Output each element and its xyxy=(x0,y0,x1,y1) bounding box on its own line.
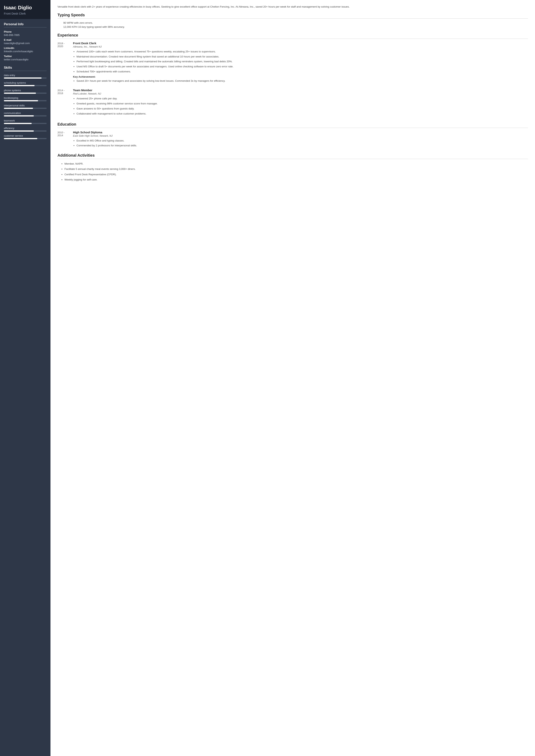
activities-list: Member, NAPR.Facilitate 5 annual charity… xyxy=(57,162,528,182)
twitter-label: Twitter xyxy=(4,55,46,58)
skill-bar-fill xyxy=(4,138,37,139)
skill-name: customer service xyxy=(4,134,46,137)
skills-title: Skills xyxy=(4,66,46,71)
skill-bar-container xyxy=(4,138,46,139)
phone-label: Phone xyxy=(4,30,46,33)
exp-bullet-item: Answered 100+ calls each week from custo… xyxy=(76,50,528,54)
exp-bullet-item: Used MS Office to draft 5+ documents per… xyxy=(76,65,528,69)
exp-bullet-item: Maintained documentation. Created new do… xyxy=(76,55,528,59)
skill-bar-container xyxy=(4,130,46,131)
skill-item: scheduling systems xyxy=(4,81,46,86)
activities-section: Additional Activities Member, NAPR.Facil… xyxy=(57,153,528,182)
skill-name: communication xyxy=(4,112,46,115)
key-achievement-label: Key Achievement: xyxy=(73,75,528,78)
activities-title: Additional Activities xyxy=(57,153,528,159)
skill-bar-fill xyxy=(4,100,38,101)
skill-bar-container xyxy=(4,77,46,79)
email-label: E-mail xyxy=(4,39,46,42)
skill-item: data entry xyxy=(4,74,46,79)
exp-bullets: Answered 100+ calls each week from custo… xyxy=(73,50,528,74)
skill-bar-fill xyxy=(4,130,34,131)
personal-info-title: Personal Info xyxy=(4,22,46,28)
email-value: isaacdiglio@gmail.com xyxy=(4,42,46,45)
skill-item: phone systems xyxy=(4,89,46,94)
skill-name: phone systems xyxy=(4,89,46,92)
skill-bar-container xyxy=(4,108,46,109)
candidate-name: Isaac Diglio xyxy=(4,5,46,11)
linkedin-label: LinkedIn xyxy=(4,46,46,49)
summary-text: Versatile front desk clerk with 2+ years… xyxy=(57,5,528,9)
typing-speeds-list: 90 WPM with zero errors.12,000 KPH 10-ke… xyxy=(57,21,528,28)
skill-bar-fill xyxy=(4,77,42,79)
experience-entry: 2014 -2018Team MemberRed Lobster, Newark… xyxy=(57,89,528,117)
typing-speed-item: 90 WPM with zero errors. xyxy=(57,21,528,24)
skill-bar-container xyxy=(4,115,46,117)
personal-info-section: Personal Info Phone 646-898-7895 E-mail … xyxy=(0,19,50,63)
edu-school: East Side High School, Newark, NJ xyxy=(73,134,528,137)
linkedin-value: linkedin.com/in/isaacdiglio xyxy=(4,50,46,53)
experience-section: Experience 2018 -2020Front Desk ClerkAlt… xyxy=(57,33,528,117)
skill-name: efficiency xyxy=(4,127,46,130)
skill-item: efficiency xyxy=(4,127,46,131)
exp-company: Altreana, Inc., Newark NJ xyxy=(73,45,528,48)
exp-dates: 2014 -2018 xyxy=(57,89,73,117)
exp-job-title: Front Desk Clerk xyxy=(73,42,528,45)
skill-name: bookkeeping xyxy=(4,97,46,99)
skill-item: communication xyxy=(4,112,46,117)
experience-entry: 2018 -2020Front Desk ClerkAltreana, Inc.… xyxy=(57,42,528,85)
skill-item: teamwork xyxy=(4,119,46,124)
skill-bar-container xyxy=(4,93,46,94)
typing-speeds-section: Typing Speeds 90 WPM with zero errors.12… xyxy=(57,13,528,28)
edu-bullets: Excelled in MS Office and typing classes… xyxy=(73,139,528,148)
key-achievement-bullet-item: Saved 20+ hours per week for managers an… xyxy=(76,79,528,83)
activity-item: Facilitate 5 annual charity meal events … xyxy=(65,167,528,171)
typing-speeds-title: Typing Speeds xyxy=(57,13,528,19)
exp-bullet-item: Collaborated with management to solve cu… xyxy=(76,112,528,116)
activity-item: Certified Front Desk Representative (CFD… xyxy=(65,172,528,177)
activity-item: Weekly jogging for self-care. xyxy=(65,178,528,182)
exp-bullet-item: Performed light bookkeeping and billing.… xyxy=(76,60,528,64)
exp-bullet-item: Greeted guests, receiving 98% customer s… xyxy=(76,102,528,106)
education-section: Education 2010 -2014High School DiplomaE… xyxy=(57,122,528,149)
skill-bar-fill xyxy=(4,123,32,124)
phone-value: 646-898-7895 xyxy=(4,34,46,37)
exp-content: Team MemberRed Lobster, Newark, NJAnswer… xyxy=(73,89,528,117)
skill-item: interpersonal skills xyxy=(4,104,46,109)
key-achievement-bullets: Saved 20+ hours per week for managers an… xyxy=(73,79,528,83)
skills-section: Skills data entryscheduling systemsphone… xyxy=(0,63,50,146)
experience-title: Experience xyxy=(57,33,528,39)
skill-name: teamwork xyxy=(4,119,46,122)
candidate-title: Front Desk Clerk xyxy=(4,12,46,15)
edu-content: High School DiplomaEast Side High School… xyxy=(73,131,528,149)
skills-list: data entryscheduling systemsphone system… xyxy=(4,74,46,139)
typing-speed-item: 12,000 KPH 10-key typing speed with 98% … xyxy=(57,25,528,28)
skill-name: interpersonal skills xyxy=(4,104,46,107)
exp-bullets: Answered 25+ phone calls per day.Greeted… xyxy=(73,97,528,116)
sidebar-header: Isaac Diglio Front Desk Clerk xyxy=(0,0,50,19)
skill-bar-container xyxy=(4,100,46,101)
skill-name: data entry xyxy=(4,74,46,77)
skill-item: customer service xyxy=(4,134,46,139)
skill-bar-fill xyxy=(4,115,34,117)
skill-bar-fill xyxy=(4,93,36,94)
skill-item: bookkeeping xyxy=(4,97,46,101)
skill-bar-container xyxy=(4,85,46,86)
education-entry: 2010 -2014High School DiplomaEast Side H… xyxy=(57,131,528,149)
exp-bullet-item: Gave answers to 50+ questions from guest… xyxy=(76,107,528,111)
skill-bar-fill xyxy=(4,85,35,86)
twitter-value: twitter.com/isaacdiglio xyxy=(4,58,46,61)
education-title: Education xyxy=(57,122,528,128)
exp-job-title: Team Member xyxy=(73,89,528,92)
edu-bullet-item: Commended by 2 professors for interperso… xyxy=(76,144,528,148)
exp-company: Red Lobster, Newark, NJ xyxy=(73,92,528,95)
edu-bullet-item: Excelled in MS Office and typing classes… xyxy=(76,139,528,143)
sidebar: Isaac Diglio Front Desk Clerk Personal I… xyxy=(0,0,50,756)
edu-degree: High School Diploma xyxy=(73,131,528,134)
exp-bullet-item: Scheduled 700+ appointments with custome… xyxy=(76,70,528,74)
skill-bar-container xyxy=(4,123,46,124)
skill-name: scheduling systems xyxy=(4,81,46,84)
skill-bar-fill xyxy=(4,108,33,109)
exp-bullet-item: Answered 25+ phone calls per day. xyxy=(76,97,528,101)
exp-content: Front Desk ClerkAltreana, Inc., Newark N… xyxy=(73,42,528,85)
experience-list: 2018 -2020Front Desk ClerkAltreana, Inc.… xyxy=(57,42,528,117)
